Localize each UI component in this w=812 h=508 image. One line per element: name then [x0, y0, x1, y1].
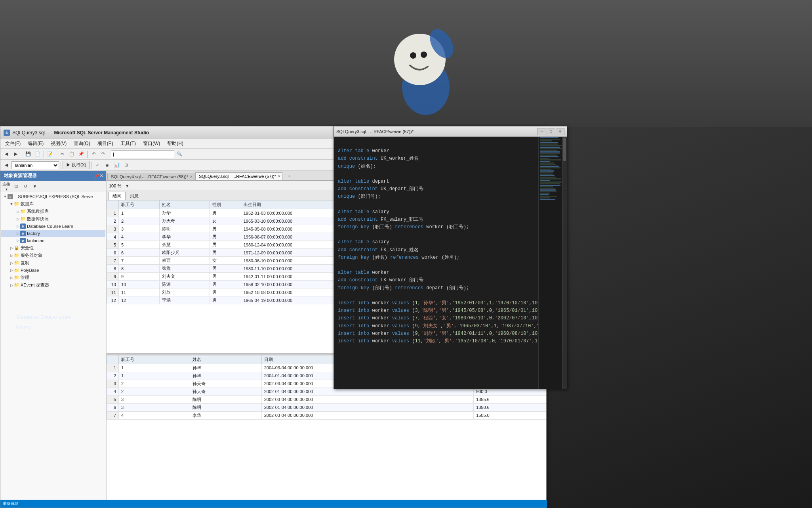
editor-minimize[interactable]: ─ [538, 128, 546, 135]
tab4-close[interactable]: ✕ [190, 174, 193, 179]
minimap-line [540, 150, 557, 151]
tab-query3[interactable]: SQLQuery3.sql - ...RFACE\weiwe (57))* ✕ [195, 172, 282, 180]
cancel-btn[interactable]: ■ [103, 161, 112, 170]
oe-connect-btn[interactable]: 连接▾ [2, 182, 11, 191]
menu-project[interactable]: 项目(P) [94, 139, 116, 148]
cell: 男 [210, 296, 241, 304]
messages-tab[interactable]: 消息 [126, 192, 143, 200]
server-expand: ▼ [3, 194, 8, 199]
cell: 陈明 [190, 395, 261, 403]
cell: 男 [210, 288, 241, 296]
tb2-btn1[interactable]: ◀ [2, 161, 11, 170]
menu-edit[interactable]: 编辑(E) [25, 139, 47, 148]
cell: 3 [119, 395, 190, 403]
cell: 4 [119, 411, 190, 419]
code-line: insert into worker values (11,'刘欣','男','… [337, 338, 535, 345]
oe-filter-btn[interactable]: ▼ [30, 182, 39, 191]
tree-xevent[interactable]: ▷ 📁 XEvent 探查器 [1, 281, 105, 289]
oe-header: 对象资源管理器 📌 ✕ [0, 171, 106, 181]
editor-maximize[interactable]: □ [547, 128, 555, 135]
tree-db-course[interactable]: ▷ D Database Course Learn [1, 223, 105, 230]
execute-button[interactable]: ▶ 执行(X) [63, 161, 90, 169]
oe-controls: 📌 ✕ [94, 174, 103, 178]
editor-close[interactable]: ✕ [556, 128, 564, 135]
row-number: 5 [107, 395, 119, 403]
menu-view[interactable]: 视图(V) [48, 139, 70, 148]
grid-btn[interactable]: ⊞ [122, 161, 131, 170]
status-bar: 准备就绪 [0, 500, 547, 508]
oe-close[interactable]: ✕ [100, 174, 103, 178]
redo-btn[interactable]: ↷ [99, 150, 107, 159]
tree-db-factory[interactable]: ▷ D factory [1, 230, 105, 237]
tree-replication[interactable]: ▷ 📁 复制 [1, 259, 105, 267]
tree-system-dbs[interactable]: ▷ 📁 系统数据库 [1, 208, 105, 215]
tree-security[interactable]: ▷ 🔒 安全性 [1, 244, 105, 252]
undo-btn[interactable]: ↶ [89, 150, 98, 159]
tree-management[interactable]: ▷ 📁 管理 [1, 274, 105, 281]
paste-btn[interactable]: 📌 [77, 150, 86, 159]
row-number: 7 [107, 411, 119, 419]
menu-tools[interactable]: 工具(T) [117, 139, 139, 148]
save-all-btn[interactable]: 📄 [33, 150, 42, 159]
minimap-line [540, 169, 551, 170]
save-btn[interactable]: 💾 [24, 150, 32, 159]
tree-server[interactable]: ▼ S ...SURFACE\SQLEXPRESS (SQL Serve [1, 193, 105, 200]
search-btn[interactable]: 🔍 [175, 150, 184, 159]
tree-polybase[interactable]: ▷ 📁 PolyBase [1, 267, 105, 274]
menu-file[interactable]: 文件(F) [2, 139, 24, 148]
code-line [337, 170, 535, 178]
results-btn[interactable]: 📊 [112, 161, 121, 170]
cell: 李华 [159, 233, 210, 241]
cell: 男 [210, 225, 241, 233]
tab4-label: SQLQuery4.sql - ...RFACE\weiwe (58))* [111, 174, 188, 179]
back-btn[interactable]: ◀ [2, 150, 11, 159]
editor-scrollbar[interactable] [562, 137, 567, 389]
management-label: 管理 [21, 275, 29, 281]
col2-name: 姓名 [190, 355, 261, 364]
minimap-line [540, 175, 555, 176]
forward-btn[interactable]: ▶ [11, 150, 20, 159]
search-input[interactable] [111, 150, 174, 158]
tree-db-snapshots[interactable]: ▷ 📁 数据库快照 [1, 215, 105, 223]
ssms-icon: S [4, 130, 10, 136]
db-lan-icon: D [20, 238, 26, 243]
cell: 10 [119, 281, 160, 288]
cell: 程西 [159, 257, 210, 265]
cell: 男 [210, 233, 241, 241]
sep6 [61, 162, 61, 169]
code-line: insert into worker values (9,'刘夫文','男','… [337, 323, 535, 330]
tree-databases[interactable]: ▼ 📁 数据库 [1, 200, 105, 208]
cell: 3 [119, 225, 160, 233]
oe-refresh-btn[interactable]: ↺ [21, 182, 30, 191]
code-line: foreign key (职工号) references worker (职工号… [337, 223, 535, 231]
cell: 陈明 [159, 225, 210, 233]
tab3-close[interactable]: ✕ [278, 174, 281, 179]
cell: 陈明 [190, 403, 261, 411]
new-query-btn[interactable]: 📝 [46, 150, 54, 159]
menu-query[interactable]: 查询(Q) [71, 139, 93, 148]
database-selector[interactable]: lanlanlan [11, 161, 59, 169]
editor-code-area[interactable]: alter table workeradd constraint UK_work… [334, 137, 538, 389]
scroll-thumb[interactable] [563, 138, 566, 161]
security-label: 安全性 [21, 245, 34, 251]
cell: 孙华 [159, 209, 210, 217]
oe-pin[interactable]: 📌 [94, 174, 99, 178]
minimap-line [540, 140, 552, 141]
tree-server-objects[interactable]: ▷ 📁 服务器对象 [1, 252, 105, 259]
menu-help[interactable]: 帮助(H) [164, 139, 187, 148]
parse-btn[interactable]: ✓ [93, 161, 102, 170]
menu-window[interactable]: 窗口(W) [140, 139, 163, 148]
results-tab[interactable]: 结果 [108, 192, 126, 200]
factory-expand: ▷ [15, 231, 20, 236]
zoom-dropdown[interactable]: ▼ [123, 181, 132, 190]
rep-expand: ▷ [9, 261, 14, 265]
row-number: 10 [107, 281, 119, 288]
cell: 孙天奇 [159, 217, 210, 225]
cut-btn[interactable]: ✂ [58, 150, 67, 159]
new-tab-btn[interactable]: + [285, 172, 294, 180]
oe-disconnect-btn[interactable]: ⊡ [11, 182, 20, 191]
tree-db-lanlanlan[interactable]: ▷ D lanlanlan [1, 237, 105, 244]
copy-btn[interactable]: 📋 [67, 150, 76, 159]
tab-query4[interactable]: SQLQuery4.sql - ...RFACE\weiwe (58))* ✕ [107, 173, 194, 180]
server-icon: S [8, 194, 13, 199]
